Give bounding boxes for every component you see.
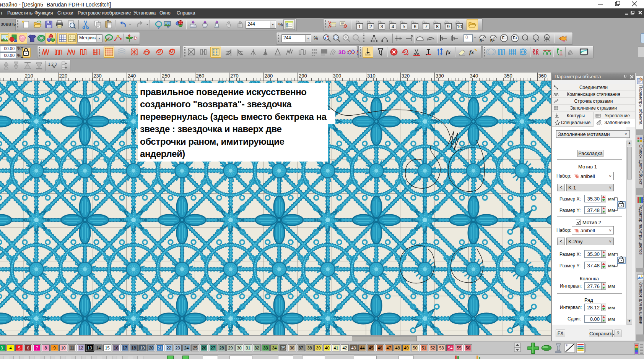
- svg-text:2: 2: [369, 24, 372, 29]
- svg-text:–: –: [524, 39, 526, 43]
- svg-text:10: 10: [457, 24, 462, 29]
- svg-text:fx: fx: [469, 49, 474, 55]
- svg-text:1 2 3: 1 2 3: [48, 62, 57, 66]
- svg-text:R+: R+: [490, 39, 495, 42]
- svg-text:7: 7: [425, 24, 428, 29]
- svg-text:5: 5: [403, 24, 405, 29]
- svg-text:F–: F–: [502, 36, 507, 40]
- svg-text:fx: fx: [446, 49, 451, 55]
- svg-text:R–: R–: [480, 39, 484, 42]
- svg-text:F+: F+: [513, 36, 517, 40]
- svg-text:+: +: [534, 39, 537, 43]
- svg-text:8: 8: [436, 24, 439, 29]
- svg-text:1: 1: [358, 24, 361, 29]
- svg-text:3: 3: [381, 24, 383, 29]
- svg-text:9: 9: [447, 24, 450, 29]
- svg-text:6: 6: [414, 24, 416, 29]
- svg-text:4: 4: [392, 24, 394, 29]
- svg-text:3D: 3D: [338, 49, 346, 55]
